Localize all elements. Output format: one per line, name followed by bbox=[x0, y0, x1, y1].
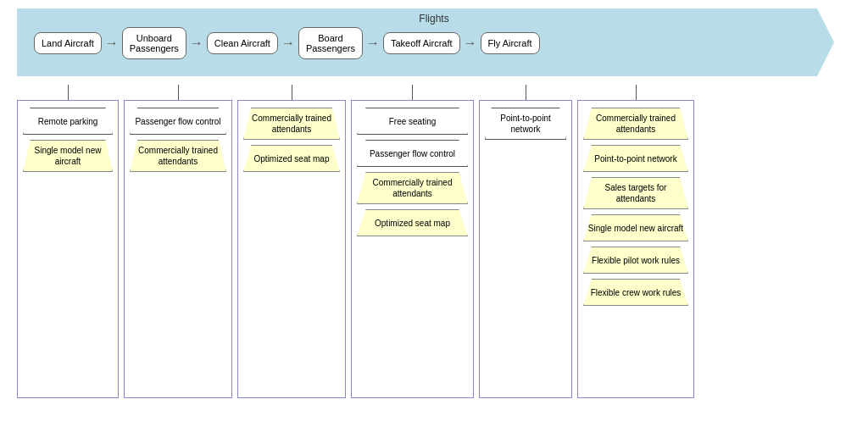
item-fly-6: Flexible crew work rules bbox=[583, 279, 688, 306]
sub-container-land: Remote parking Single model new aircraft bbox=[17, 100, 119, 398]
diagram-container: Flights Land Aircraft → UnboardPassenger… bbox=[0, 0, 868, 438]
arrow-1: → bbox=[105, 36, 119, 51]
column-land: Remote parking Single model new aircraft bbox=[17, 85, 119, 398]
item-unboard-2: Commercially trained attendants bbox=[130, 140, 226, 172]
flights-banner: Flights Land Aircraft → UnboardPassenger… bbox=[17, 8, 851, 76]
column-unboard: Passenger flow control Commercially trai… bbox=[124, 85, 232, 398]
step-fly: Fly Aircraft bbox=[481, 32, 540, 54]
sub-container-clean: Commercially trained attendants Optimize… bbox=[237, 100, 346, 398]
step-takeoff: Takeoff Aircraft bbox=[383, 32, 460, 54]
item-clean-2: Optimized seat map bbox=[243, 145, 340, 172]
item-land-1: Remote parking bbox=[23, 108, 113, 135]
sub-container-unboard: Passenger flow control Commercially trai… bbox=[124, 100, 232, 398]
sub-container-board: Free seating Passenger flow control Comm… bbox=[351, 100, 474, 398]
item-land-2: Single model new aircraft bbox=[23, 140, 113, 172]
arrow-4: → bbox=[366, 36, 380, 51]
item-fly-5: Flexible pilot work rules bbox=[583, 247, 688, 274]
banner-title: Flights bbox=[419, 13, 448, 25]
connector-board bbox=[412, 85, 413, 100]
lower-section: Remote parking Single model new aircraft… bbox=[17, 85, 851, 398]
item-board-4: Optimized seat map bbox=[357, 209, 468, 236]
step-board: BoardPassengers bbox=[298, 27, 363, 59]
sub-container-takeoff: Point-to-point network bbox=[479, 100, 572, 398]
connector-fly bbox=[636, 85, 637, 100]
step-unboard: UnboardPassengers bbox=[122, 27, 186, 59]
item-board-3: Commercially trained attendants bbox=[357, 172, 468, 204]
sub-container-fly: Commercially trained attendants Point-to… bbox=[577, 100, 694, 398]
connector-land bbox=[68, 85, 69, 100]
item-board-2: Passenger flow control bbox=[357, 140, 468, 167]
item-clean-1: Commercially trained attendants bbox=[243, 108, 340, 140]
column-board: Free seating Passenger flow control Comm… bbox=[351, 85, 474, 398]
item-fly-2: Point-to-point network bbox=[583, 145, 688, 172]
arrow-2: → bbox=[190, 36, 203, 51]
step-land: Land Aircraft bbox=[34, 32, 102, 54]
arrow-5: → bbox=[464, 36, 477, 51]
item-fly-1: Commercially trained attendants bbox=[583, 108, 688, 140]
item-takeoff-1: Point-to-point network bbox=[485, 108, 566, 140]
process-steps: Land Aircraft → UnboardPassengers → Clea… bbox=[34, 27, 817, 59]
column-clean: Commercially trained attendants Optimize… bbox=[237, 85, 346, 398]
step-clean: Clean Aircraft bbox=[207, 32, 278, 54]
column-fly: Commercially trained attendants Point-to… bbox=[577, 85, 694, 398]
column-takeoff: Point-to-point network bbox=[479, 85, 572, 398]
connector-unboard bbox=[178, 85, 179, 100]
item-board-1: Free seating bbox=[357, 108, 468, 135]
connector-clean bbox=[292, 85, 292, 100]
item-fly-3: Sales targets for attendants bbox=[583, 177, 688, 209]
connector-takeoff bbox=[526, 85, 526, 100]
item-unboard-1: Passenger flow control bbox=[130, 108, 226, 135]
item-fly-4: Single model new aircraft bbox=[583, 214, 688, 241]
arrow-3: → bbox=[281, 36, 295, 51]
